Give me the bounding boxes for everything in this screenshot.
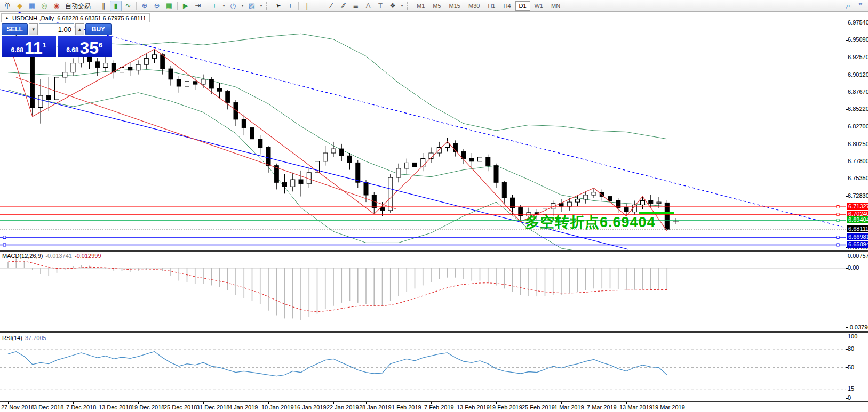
timeframe-h4[interactable]: H4	[499, 1, 514, 11]
zoom-in-icon[interactable]: ⊕	[139, 1, 150, 11]
rsi-pane[interactable]	[0, 349, 846, 389]
rsi-value: 37.7005	[25, 335, 46, 341]
timeframe-m1[interactable]: M1	[413, 1, 428, 11]
candle	[486, 157, 490, 166]
indicators-icon[interactable]: ＋	[209, 1, 220, 11]
periods-dropdown-icon[interactable]: ▾	[240, 1, 245, 11]
candle-chart-type-icon[interactable]: ▮	[110, 1, 122, 11]
text-icon[interactable]: A	[362, 1, 374, 11]
price-axis-label: 6.92570	[848, 54, 868, 61]
chart-window-icon[interactable]: ▦	[26, 1, 38, 11]
chart-plot-area[interactable]	[0, 0, 868, 412]
macd-axis-label: -0.03790	[848, 324, 868, 331]
templates-icon[interactable]: ▨	[246, 1, 258, 11]
date-axis-label: 31 Dec 2018	[196, 404, 229, 410]
macd-header: MACD(12,26,9)-0.013741-0.012999	[2, 253, 101, 259]
chart-shift-icon[interactable]: ⇥	[192, 1, 204, 11]
equidistant-channel-icon[interactable]: ∕∕	[338, 1, 349, 11]
date-axis-label: 25 Feb 2019	[522, 404, 555, 410]
line-handle[interactable]	[3, 244, 6, 246]
toolbar-separator	[95, 2, 95, 10]
auto-scroll-icon[interactable]: ▶	[180, 1, 192, 11]
fibonacci-icon[interactable]: ≣	[350, 1, 362, 11]
autotrading-button[interactable]: 自动交易	[63, 1, 93, 11]
macd-signal-value: -0.012999	[75, 253, 101, 259]
toolbar-grip[interactable]	[266, 2, 269, 10]
timeframe-mn[interactable]: MN	[547, 1, 564, 11]
candle	[396, 168, 401, 177]
price-axis-label: 6.82700	[848, 123, 868, 130]
macd-pane[interactable]	[0, 258, 846, 320]
date-axis-label: 19 Feb 2019	[489, 404, 522, 410]
line-handle[interactable]	[837, 236, 839, 239]
candle	[266, 148, 270, 166]
vertical-line-icon[interactable]: ｜	[301, 1, 313, 11]
sell-button[interactable]: SELL	[2, 23, 28, 35]
volume-increase-button[interactable]: ▲	[75, 23, 84, 35]
timeframe-m5[interactable]: M5	[429, 1, 444, 11]
periods-icon[interactable]: ◷	[227, 1, 239, 11]
candle	[161, 55, 165, 69]
collapse-trade-panel-icon[interactable]: ▲	[5, 15, 9, 20]
candle	[103, 63, 108, 68]
candle	[364, 182, 368, 195]
gold-bar-icon[interactable]: ◆	[14, 1, 26, 11]
candle	[649, 201, 653, 204]
candle	[201, 79, 205, 84]
line-chart-type-icon[interactable]: ∿	[122, 1, 134, 11]
buy-price-box[interactable]: 6.68 35 6	[58, 36, 112, 57]
indicators-dropdown-icon[interactable]: ▾	[221, 1, 227, 11]
shapes-dropdown-icon[interactable]: ▾	[399, 1, 405, 11]
zoom-out-icon[interactable]: ⊖	[151, 1, 163, 11]
volume-input[interactable]	[39, 23, 74, 35]
macd-axis-label: 0.007574	[848, 253, 868, 260]
timeframe-h1[interactable]: H1	[484, 1, 499, 11]
templates-dropdown-icon[interactable]: ▾	[258, 1, 264, 11]
date-axis-label: 27 Nov 2018	[1, 404, 34, 410]
toolbar-grip[interactable]	[407, 2, 410, 10]
price-axis-label: 6.87670	[848, 88, 868, 95]
main-price-pane[interactable]	[0, 7, 846, 255]
date-axis-label: 19 Mar 2019	[652, 404, 685, 410]
tile-windows-icon[interactable]: ▦	[163, 1, 175, 11]
chat-icon[interactable]: ❞	[855, 1, 866, 11]
candle	[339, 149, 344, 156]
candle	[494, 166, 498, 183]
crosshair-icon[interactable]: ＋	[284, 1, 296, 11]
timeframe-d1[interactable]: D1	[515, 1, 530, 11]
line-handle[interactable]	[837, 205, 839, 208]
line-handle[interactable]	[837, 219, 839, 222]
globe-icon[interactable]: ◉	[51, 1, 62, 11]
sell-price-big: 11	[25, 40, 43, 56]
turning-point-annotation: 多空转折点6.69404	[525, 213, 656, 232]
date-axis-label: 16 Jan 2019	[294, 404, 327, 410]
horizontal-line-icon[interactable]: —	[313, 1, 325, 11]
candle	[404, 163, 409, 168]
text-label-icon[interactable]: T	[375, 1, 386, 11]
line-handle[interactable]	[3, 236, 6, 239]
date-axis-label: 25 Dec 2018	[164, 404, 197, 410]
line-handle[interactable]	[837, 213, 839, 216]
search-icon[interactable]: ⌕	[842, 1, 854, 11]
signals-icon[interactable]: ◎	[38, 1, 50, 11]
cursor-icon[interactable]: ➤	[270, 0, 286, 13]
candle	[413, 163, 417, 167]
candle	[55, 77, 59, 100]
candle	[250, 128, 254, 139]
price-level-label: 6.71327	[847, 203, 868, 210]
date-axis-label: 7 Dec 2018	[66, 404, 96, 410]
buy-button[interactable]: BUY	[85, 23, 112, 35]
bar-chart-type-icon[interactable]: ∥	[98, 1, 109, 11]
volume-decrease-button[interactable]: ▼	[29, 23, 38, 35]
shapes-icon[interactable]: ❖	[387, 1, 399, 11]
trendline-icon[interactable]: ∕	[325, 1, 337, 11]
sell-price-box[interactable]: 6.68 11 1	[2, 36, 56, 57]
date-axis-label: 13 Mar 2019	[619, 404, 652, 410]
new-order-icon[interactable]: 单	[2, 1, 13, 11]
timeframe-m15[interactable]: M15	[445, 1, 464, 11]
line-handle[interactable]	[837, 244, 839, 246]
candle	[478, 157, 482, 161]
candle	[291, 180, 295, 187]
timeframe-m30[interactable]: M30	[465, 1, 483, 11]
timeframe-w1[interactable]: W1	[531, 1, 547, 11]
